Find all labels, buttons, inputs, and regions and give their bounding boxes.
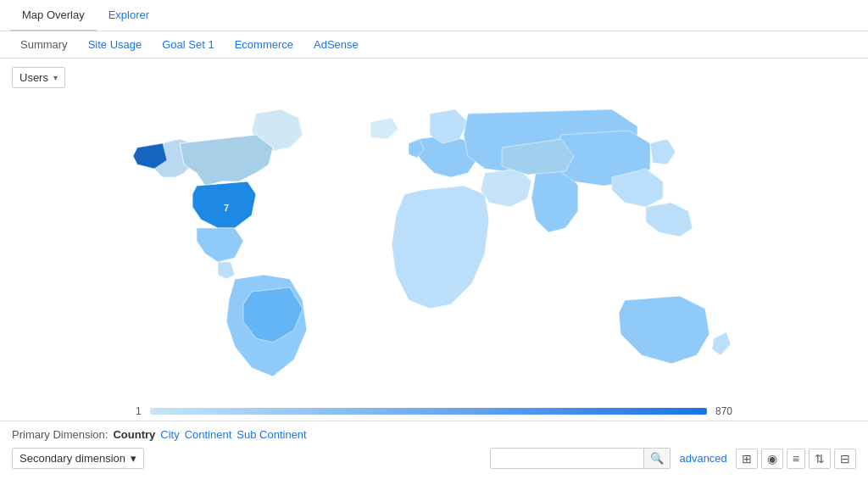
secondary-row: Secondary dimension ▾ 🔍 advanced ⊞ ◉ ≡ ⇅…: [12, 448, 856, 469]
columns-icon: ⊟: [840, 452, 850, 465]
pie-view-button[interactable]: ◉: [761, 449, 783, 469]
top-tabs: Map Overlay Explorer: [0, 0, 868, 31]
tab-goal-set-1[interactable]: Goal Set 1: [152, 31, 224, 58]
dropdown-arrow-icon: ▾: [53, 73, 58, 82]
grid-icon: ⊞: [742, 452, 752, 465]
map-container: 7: [0, 97, 868, 402]
secondary-dimension-dropdown[interactable]: Secondary dimension ▾: [12, 448, 144, 469]
list-view-button[interactable]: ≡: [787, 449, 805, 469]
primary-dimension-row: Primary Dimension: Country City Continen…: [12, 428, 856, 441]
advanced-link[interactable]: advanced: [674, 452, 732, 465]
tab-site-usage[interactable]: Site Usage: [78, 31, 153, 58]
legend-gradient: [150, 408, 707, 415]
legend-bar: 1 870: [0, 402, 868, 421]
legend-max: 870: [715, 405, 732, 417]
grid-view-button[interactable]: ⊞: [736, 449, 758, 469]
columns-button[interactable]: ⊟: [834, 449, 856, 469]
search-button[interactable]: 🔍: [643, 449, 670, 468]
tab-ecommerce[interactable]: Ecommerce: [225, 31, 303, 58]
tab-explorer[interactable]: Explorer: [97, 0, 161, 31]
tab-map-overlay[interactable]: Map Overlay: [10, 0, 97, 31]
legend-min: 1: [136, 405, 142, 417]
search-box: 🔍: [490, 448, 670, 469]
primary-dimension-city[interactable]: City: [160, 428, 179, 441]
list-icon: ≡: [793, 452, 799, 465]
secondary-dropdown-arrow-icon: ▾: [131, 452, 136, 465]
users-dropdown[interactable]: Users ▾: [12, 67, 65, 88]
primary-dimension-subcontinent[interactable]: Sub Continent: [236, 428, 306, 441]
world-map: 7: [0, 97, 868, 402]
tab-adsense[interactable]: AdSense: [303, 31, 369, 58]
sort-icon: ⇅: [815, 452, 825, 465]
controls-row: Users ▾: [0, 59, 868, 97]
bottom-bar: Primary Dimension: Country City Continen…: [0, 421, 868, 476]
primary-dimension-label: Primary Dimension:: [12, 428, 108, 441]
search-input[interactable]: [491, 449, 643, 468]
sort-button[interactable]: ⇅: [809, 449, 831, 469]
sub-tabs: Summary Site Usage Goal Set 1 Ecommerce …: [0, 31, 868, 59]
primary-dimension-continent[interactable]: Continent: [185, 428, 232, 441]
pie-icon: ◉: [767, 452, 777, 465]
toolbar-right: 🔍 advanced ⊞ ◉ ≡ ⇅ ⊟: [490, 448, 856, 469]
tab-summary[interactable]: Summary: [10, 31, 78, 58]
svg-text:7: 7: [224, 203, 229, 213]
primary-dimension-country: Country: [113, 428, 155, 441]
